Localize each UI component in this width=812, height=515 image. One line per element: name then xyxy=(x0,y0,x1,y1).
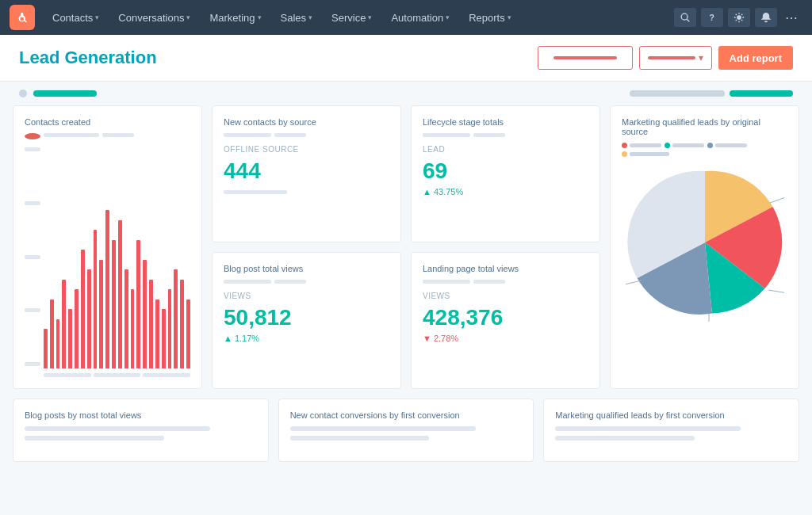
nav-conversations[interactable]: Conversations ▾ xyxy=(110,7,198,29)
bottom-cards-row: Blog posts by most total views New conta… xyxy=(13,399,799,462)
card-filter-lines xyxy=(423,133,588,137)
svg-text:?: ? xyxy=(710,13,714,22)
new-contacts-bar xyxy=(224,190,287,194)
header-actions: ▾ Add report xyxy=(538,46,793,70)
lifecycle-title: Lifecycle stage totals xyxy=(423,117,588,127)
blog-post-views-card: Blog post total views VIEWS 50,812 ▲ 1.1… xyxy=(212,252,401,389)
nav-sales[interactable]: Sales ▾ xyxy=(273,7,321,29)
bar-column xyxy=(112,240,116,369)
lifecycle-value: 69 xyxy=(423,158,588,184)
bar-column xyxy=(174,269,178,368)
bar-column xyxy=(124,269,128,368)
chevron-down-icon: ▾ xyxy=(446,13,450,21)
bar xyxy=(99,260,103,369)
bar-column xyxy=(87,269,91,368)
down-arrow-icon: ▼ xyxy=(423,334,431,343)
bar xyxy=(56,319,60,369)
card-filter-lines xyxy=(423,280,588,284)
cards-grid: Contacts created xyxy=(13,105,799,389)
legend-item-1 xyxy=(622,143,661,148)
legend-label-2 xyxy=(672,143,704,147)
legend-dot-4 xyxy=(622,151,627,157)
toolbar-active-tag[interactable] xyxy=(33,90,97,97)
landing-page-views-card: Landing page total views VIEWS 428,376 ▼… xyxy=(411,252,600,389)
toolbar-right-line1 xyxy=(630,90,725,97)
new-contacts-title: New contacts by source xyxy=(224,117,389,127)
nav-icon-group: ? xyxy=(674,8,777,27)
legend-label-1 xyxy=(630,143,661,147)
pie-legend xyxy=(622,143,787,157)
bar xyxy=(105,210,109,368)
nav-notifications-button[interactable] xyxy=(755,8,777,27)
lifecycle-subtitle: LEAD xyxy=(423,145,588,154)
bar xyxy=(94,230,98,368)
bar-column xyxy=(131,289,135,368)
new-contacts-subtitle: OFFLINE SOURCE xyxy=(224,145,389,154)
nav-reports[interactable]: Reports ▾ xyxy=(461,7,519,29)
bar xyxy=(180,280,184,369)
bar xyxy=(44,329,48,368)
legend-dot-3 xyxy=(707,143,713,148)
chevron-down-icon: ▾ xyxy=(186,13,190,21)
nav-automation[interactable]: Automation ▾ xyxy=(383,7,458,29)
bar-column xyxy=(136,240,140,369)
page-title: Lead Generation xyxy=(19,48,538,68)
nav-marketing[interactable]: Marketing ▾ xyxy=(201,7,269,29)
bar xyxy=(112,240,116,369)
hubspot-logo[interactable] xyxy=(10,5,35,30)
bar-column xyxy=(149,280,153,369)
contacts-created-card: Contacts created xyxy=(13,105,202,389)
landing-page-value: 428,376 xyxy=(423,305,588,330)
landing-page-change: ▼ 2.78% xyxy=(423,334,588,343)
chevron-down-icon: ▾ xyxy=(95,13,99,21)
bar-chart-area xyxy=(25,147,190,377)
chevron-down-icon: ▾ xyxy=(368,13,372,21)
bar xyxy=(131,289,135,368)
lifecycle-change: ▲ 43.75% xyxy=(423,187,588,196)
bar-column xyxy=(75,289,79,368)
svg-point-3 xyxy=(737,16,741,19)
nav-more-button[interactable]: ⋯ xyxy=(780,10,802,25)
lifecycle-stage-card: Lifecycle stage totals LEAD 69 ▲ 43.75% xyxy=(411,105,600,242)
nav-settings-button[interactable] xyxy=(728,8,750,27)
blog-post-value: 50,812 xyxy=(224,305,389,330)
up-arrow-icon: ▲ xyxy=(224,334,232,343)
x-axis-labels xyxy=(44,373,190,377)
bar-column xyxy=(118,220,122,369)
bar-column xyxy=(186,299,190,369)
card-filter-lines xyxy=(25,133,190,139)
bar xyxy=(50,299,54,369)
mql-title: Marketing qualified leads by original so… xyxy=(622,117,787,136)
chevron-down-icon: ▾ xyxy=(308,13,312,21)
bar-column xyxy=(94,230,98,368)
bar-column xyxy=(50,299,54,369)
bottom-card-2-title: New contact conversions by first convers… xyxy=(290,410,523,420)
nav-service[interactable]: Service ▾ xyxy=(324,7,380,29)
bar-column xyxy=(56,319,60,369)
bar-column xyxy=(162,309,166,368)
nav-contacts[interactable]: Contacts ▾ xyxy=(44,7,107,29)
bottom-card-1-title: Blog posts by most total views xyxy=(25,410,257,420)
bar-column xyxy=(168,289,172,368)
card-filter-lines xyxy=(224,280,389,284)
dashboard-toolbar xyxy=(0,82,812,105)
date-filter-button[interactable] xyxy=(538,46,633,70)
nav-help-button[interactable]: ? xyxy=(701,8,723,27)
add-report-button[interactable]: Add report xyxy=(718,46,793,70)
nav-search-button[interactable] xyxy=(674,8,696,27)
bar xyxy=(168,289,172,368)
bottom-card-1: Blog posts by most total views xyxy=(13,399,269,462)
y-axis xyxy=(25,147,44,377)
bar xyxy=(174,269,178,368)
bar-column xyxy=(68,309,72,368)
card-filter-lines xyxy=(224,133,389,137)
toolbar-dot xyxy=(19,90,27,97)
bar-column xyxy=(44,329,48,368)
bottom-card-2: New contact conversions by first convers… xyxy=(278,399,534,462)
main-content: Contacts created xyxy=(0,105,812,475)
landing-page-title: Landing page total views xyxy=(423,264,588,273)
bar xyxy=(155,299,159,369)
compare-filter-button[interactable]: ▾ xyxy=(639,46,712,70)
toolbar-right xyxy=(630,90,793,97)
bar-column xyxy=(81,250,85,368)
